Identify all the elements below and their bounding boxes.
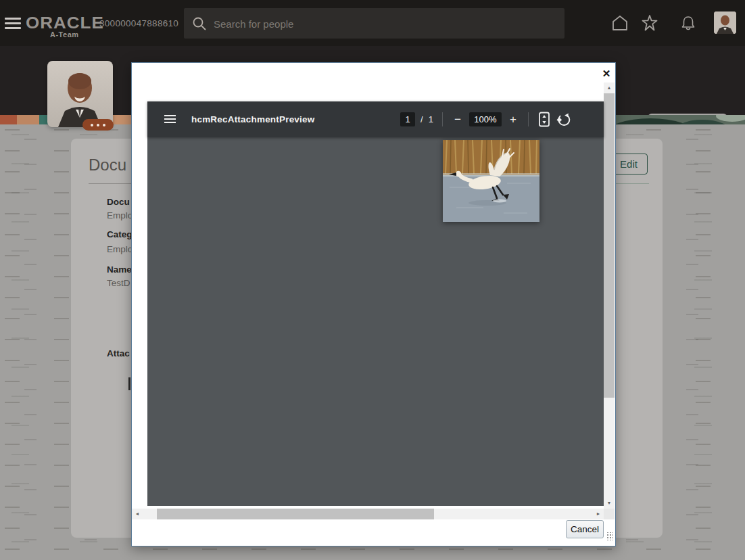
home-icon[interactable]: [610, 14, 629, 32]
close-icon[interactable]: ✕: [600, 68, 612, 80]
scroll-down-button[interactable]: ▼: [604, 498, 615, 509]
attachment-preview-dialog: ✕ hcmRecAttachmentPreview 1 / 1 − 100% +: [131, 62, 616, 546]
search-box[interactable]: [184, 8, 564, 39]
toolbar-divider: [528, 112, 529, 126]
zoom-in-button[interactable]: +: [507, 112, 519, 127]
zoom-level: 100%: [469, 112, 502, 126]
user-avatar[interactable]: [714, 11, 736, 34]
scroll-right-button[interactable]: ►: [593, 509, 604, 519]
page-total: 1: [429, 114, 433, 124]
cancel-button[interactable]: Cancel: [566, 520, 604, 538]
divider: [89, 183, 131, 184]
pdf-menu-icon[interactable]: [164, 115, 176, 123]
favorites-star-icon[interactable]: [640, 14, 660, 34]
toolbar-divider: [442, 112, 443, 126]
search-icon: [191, 16, 208, 32]
scroll-left-button[interactable]: ◄: [132, 509, 143, 519]
vertical-scroll-thumb[interactable]: [604, 93, 615, 398]
vertical-scrollbar[interactable]: ▲ ▼: [604, 83, 615, 509]
notifications-bell-icon[interactable]: [679, 14, 698, 32]
brand-subtitle: A-Team: [50, 30, 79, 39]
field-value: Emplo: [107, 210, 131, 220]
ellipsis-menu-icon[interactable]: [82, 119, 114, 131]
menu-icon[interactable]: [5, 18, 21, 29]
page-separator: /: [420, 114, 423, 124]
card-title: Docu: [89, 156, 126, 174]
search-input[interactable]: [212, 8, 560, 40]
field-label: Docu: [107, 197, 130, 207]
pdf-viewer: hcmRecAttachmentPreview 1 / 1 − 100% +: [147, 101, 604, 506]
zoom-out-button[interactable]: −: [452, 112, 464, 127]
pdf-document-title: hcmRecAttachmentPreview: [191, 101, 314, 137]
person-number: 300000047888610: [99, 18, 178, 28]
field-label: Categ: [107, 229, 131, 239]
field-value: Emplo: [107, 244, 131, 254]
fit-page-icon[interactable]: [537, 112, 551, 127]
pdf-toolbar: hcmRecAttachmentPreview 1 / 1 − 100% +: [147, 101, 604, 137]
scrollbar-corner: [604, 509, 615, 519]
document-record-card: Docu Docu Emplo Categ Emplo Name TestD A…: [71, 139, 131, 538]
attachments-label: Attac: [107, 348, 130, 358]
scroll-up-button[interactable]: ▲: [604, 83, 615, 93]
decorative-strip-right: [616, 115, 745, 124]
oracle-logo: ORACLE: [26, 15, 104, 31]
pdf-page-area: [147, 137, 604, 506]
pdf-controls: 1 / 1 − 100% +: [400, 101, 571, 137]
profile-photo[interactable]: [47, 61, 113, 127]
rotate-icon[interactable]: [556, 112, 571, 127]
topbar: ORACLE A-Team 300000047888610: [0, 0, 745, 46]
page-number-input[interactable]: 1: [400, 112, 415, 126]
horizontal-scroll-thumb[interactable]: [157, 509, 434, 519]
attachment-preview-image: [443, 140, 539, 222]
horizontal-scrollbar[interactable]: ◄ ►: [132, 509, 604, 519]
field-value: TestD: [107, 278, 130, 288]
resize-grip[interactable]: [606, 532, 613, 540]
attachment-link-fragment[interactable]: [128, 377, 130, 390]
field-label: Name: [107, 264, 131, 275]
document-card-right-edge: Edit: [616, 139, 663, 538]
